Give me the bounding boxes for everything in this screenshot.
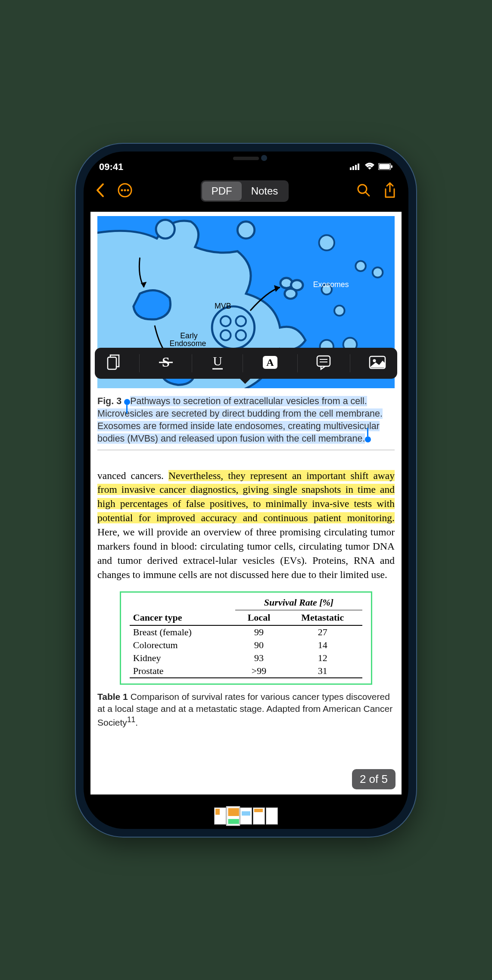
table-caption-text: Comparison of survival rates for various…: [97, 692, 392, 728]
body-posttext: Here, we will provide an overview of thr…: [97, 526, 395, 580]
body-paragraph[interactable]: vanced cancers. Nevertheless, they repre…: [97, 469, 395, 582]
back-button[interactable]: [96, 183, 104, 199]
page-thumbnail-strip[interactable]: [84, 807, 408, 825]
svg-text:Endosome: Endosome: [170, 339, 206, 347]
tab-notes[interactable]: Notes: [242, 182, 288, 201]
svg-point-23: [319, 235, 334, 250]
svg-point-15: [237, 221, 254, 238]
wifi-icon: [364, 161, 375, 173]
image-action[interactable]: [364, 356, 390, 371]
th-metastatic: Metastatic: [283, 610, 362, 625]
svg-point-10: [127, 189, 129, 191]
status-time: 09:41: [99, 161, 123, 173]
th-local: Local: [235, 610, 283, 625]
svg-text:A: A: [266, 357, 274, 368]
page-thumb-1[interactable]: [214, 807, 226, 825]
svg-line-12: [366, 192, 369, 196]
svg-point-27: [212, 306, 255, 349]
table-caption-sup: 11: [127, 715, 135, 724]
selection-start-handle[interactable]: [124, 399, 130, 405]
notch: [201, 151, 291, 166]
svg-rect-0: [350, 167, 352, 170]
search-button[interactable]: [357, 183, 371, 199]
view-segmented-control[interactable]: PDF Notes: [201, 180, 289, 202]
page-thumb-5[interactable]: [266, 807, 278, 825]
svg-text:U: U: [213, 354, 222, 368]
svg-point-18: [355, 261, 366, 271]
table-highlight-box[interactable]: Cancer type Survival Rate [%] Local Meta…: [120, 591, 373, 685]
cellular-icon: [350, 161, 361, 173]
th-cancer-type: Cancer type: [130, 595, 235, 625]
copy-action[interactable]: [102, 354, 125, 373]
page-thumb-2[interactable]: [226, 806, 240, 826]
phone-screen: 09:41: [84, 151, 408, 829]
body-pretext: vanced cancers.: [97, 470, 168, 481]
page-indicator[interactable]: 2 of 5: [352, 769, 395, 789]
table-row: Breast (female)9927: [130, 625, 363, 639]
svg-rect-3: [358, 164, 359, 170]
battery-icon: [378, 161, 393, 173]
highlight-action[interactable]: A: [257, 355, 283, 372]
svg-point-14: [156, 219, 174, 238]
svg-point-26: [285, 288, 297, 299]
phone-frame: 09:41: [76, 144, 416, 837]
svg-text:Exosomes: Exosomes: [313, 280, 349, 289]
table-row: Colorectum9014: [130, 639, 363, 652]
svg-text:MVB: MVB: [215, 301, 231, 310]
comment-action[interactable]: [311, 355, 336, 372]
svg-point-9: [124, 189, 126, 191]
more-options-button[interactable]: [117, 182, 133, 200]
figure-caption[interactable]: Fig. 3 Pathways to secretion of extracel…: [97, 395, 395, 451]
svg-rect-40: [108, 357, 116, 369]
tab-pdf[interactable]: PDF: [202, 182, 242, 201]
table-caption[interactable]: Table 1 Comparison of survival rates for…: [97, 691, 395, 729]
svg-rect-6: [391, 165, 392, 168]
share-button[interactable]: [383, 182, 396, 200]
survival-table: Cancer type Survival Rate [%] Local Meta…: [130, 595, 363, 682]
page-thumb-4[interactable]: [253, 807, 265, 825]
page-thumb-3[interactable]: [240, 807, 252, 825]
svg-point-17: [334, 305, 345, 315]
selection-end-handle[interactable]: [365, 436, 371, 442]
table-label: Table 1: [97, 692, 131, 702]
selected-text[interactable]: Pathways to secretion of extracellular v…: [97, 396, 383, 444]
selection-context-menu: S U A: [95, 348, 397, 379]
table-row: Kidney9312: [130, 652, 363, 665]
svg-rect-5: [379, 164, 390, 169]
th-survival-rate: Survival Rate [%]: [235, 595, 362, 610]
table-row: Prostate>9931: [130, 665, 363, 678]
svg-rect-47: [317, 356, 330, 366]
top-toolbar: PDF Notes: [84, 176, 408, 207]
pdf-content[interactable]: MVB Early Endosome Exosomes S U: [90, 212, 402, 795]
svg-point-51: [373, 359, 376, 362]
figure-label: Fig. 3: [97, 396, 124, 406]
strikethrough-action[interactable]: S: [154, 355, 178, 372]
svg-point-19: [373, 267, 383, 278]
underline-action[interactable]: U: [206, 354, 229, 372]
svg-rect-1: [352, 166, 354, 170]
svg-rect-2: [355, 165, 357, 170]
svg-point-8: [121, 189, 123, 191]
